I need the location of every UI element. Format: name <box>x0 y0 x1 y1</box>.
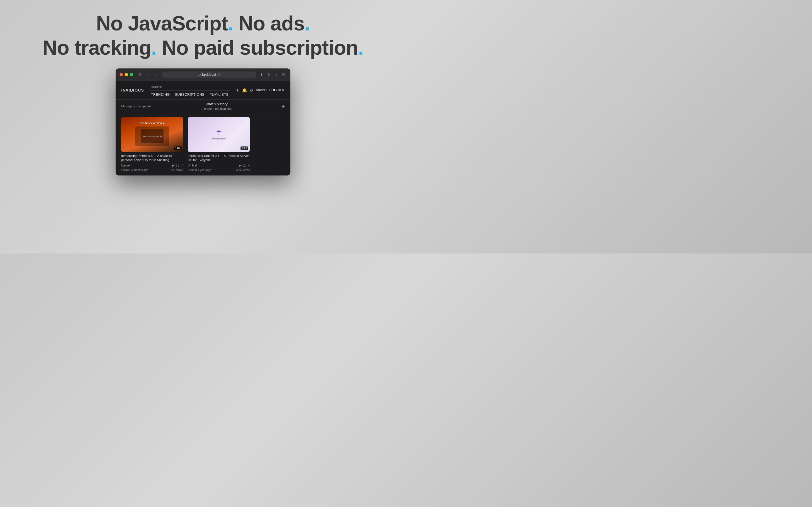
app-logo: INVIDIOUS <box>121 88 144 93</box>
welcome-text: welcome back <box>212 137 226 140</box>
app-header: INVIDIOUS TRENDING SUBSCRIPTIONS PLAYLIS… <box>116 81 290 100</box>
hero-line2: No tracking. No paid subscription. <box>0 36 406 60</box>
settings-icon[interactable]: ⚙ <box>250 88 253 93</box>
close-button[interactable] <box>119 73 123 76</box>
nav-links: TRENDING SUBSCRIPTIONS PLAYLISTS <box>151 93 229 97</box>
share-icon-1[interactable]: ↗ <box>181 164 183 167</box>
nav-trending[interactable]: TRENDING <box>151 93 170 97</box>
theme-toggle-icon[interactable]: ☀ <box>236 88 239 93</box>
watch-history-link[interactable]: Watch history <box>206 102 227 106</box>
video-title-1: Introducing Umbrel 0.5 — A beautiful per… <box>121 154 183 163</box>
channel-name-1[interactable]: Umbrel <box>121 164 130 167</box>
hero-line1: No JavaScript. No ads. <box>0 11 406 36</box>
username-label: umbrel <box>256 88 267 92</box>
headphones-icon-1[interactable]: 🎧 <box>175 164 180 167</box>
reload-icon: ↺ <box>218 73 221 76</box>
subscriptions-bar: Manage subscriptions Watch history 0 uns… <box>116 100 290 113</box>
search-area: TRENDING SUBSCRIPTIONS PLAYLISTS <box>150 83 230 97</box>
channel-name-2[interactable]: Umbrel <box>188 164 197 167</box>
thumb-overlay-text: Self-host everything. <box>140 122 165 124</box>
tabs-button[interactable]: ⊡ <box>281 72 287 77</box>
header-actions: ☀ 🔔 ⚙ umbrel LOG OUT <box>236 88 285 93</box>
video-channel-1: Umbrel ▶ 🎧 ↗ <box>121 164 183 167</box>
url-display: umbrel.local <box>198 73 216 76</box>
browser-nav-buttons: ‹ › <box>146 71 160 78</box>
logout-button[interactable]: LOG OUT <box>269 88 285 92</box>
thumbnail-2: ☂ welcome back 0:47 <box>188 117 250 152</box>
dot4: . <box>358 36 363 59</box>
video-card-1[interactable]: Self-host everything. good morning, sato… <box>121 117 183 172</box>
hero-section: No JavaScript. No ads. No tracking. No p… <box>0 0 406 68</box>
video-date-1: Shared 3 months ago <box>121 168 148 172</box>
youtube-icon-1[interactable]: ▶ <box>172 164 174 167</box>
headphones-icon-2[interactable]: 🎧 <box>242 164 246 167</box>
notifications-count: 0 unseen notifications <box>202 107 232 110</box>
video-views-1: 20K views <box>170 168 183 172</box>
video-views-2: 3.3K views <box>236 168 250 172</box>
umbrella-icon: ☂ <box>216 129 221 136</box>
thumb-mock-screen: good morning, satoshi <box>135 126 169 146</box>
watch-history-center: Watch history 0 unseen notifications <box>202 102 232 110</box>
search-input-wrap <box>150 83 230 91</box>
search-input[interactable] <box>150 83 230 91</box>
minimize-button[interactable] <box>124 73 128 76</box>
sidebar-toggle-button[interactable]: ⊞ <box>136 71 143 78</box>
manage-subscriptions-link[interactable]: Manage subscriptions <box>121 105 151 108</box>
dot1: . <box>228 12 233 35</box>
video-channel-2: Umbrel ▶ 🎧 ↗ <box>188 164 250 167</box>
dot3: . <box>151 36 156 59</box>
dot2: . <box>305 12 310 35</box>
video-meta-2: Shared 1 year ago 3.3K views <box>188 168 250 172</box>
duration-badge-2: 0:47 <box>241 147 248 150</box>
video-card-2[interactable]: ☂ welcome back 0:47 Introducing Umbrel 0… <box>188 117 250 172</box>
address-bar[interactable]: umbrel.local ↺ <box>162 71 256 78</box>
video-grid: Self-host everything. good morning, sato… <box>116 113 290 175</box>
download-button[interactable]: ⬇ <box>259 72 264 77</box>
traffic-lights <box>119 73 133 76</box>
fullscreen-button[interactable] <box>130 73 133 76</box>
thumb-umbrella-graphic: ☂ welcome back <box>212 129 226 140</box>
nav-subscriptions[interactable]: SUBSCRIPTIONS <box>175 93 204 97</box>
duration-badge-1: 1:04 <box>174 147 182 150</box>
browser-window: ⊞ ‹ › umbrel.local ↺ ⬇ ⬆ + ⊡ INVIDIOUS <box>116 68 290 175</box>
youtube-icon-2[interactable]: ▶ <box>239 164 241 167</box>
share-button[interactable]: ⬆ <box>266 72 272 77</box>
browser-chrome: ⊞ ‹ › umbrel.local ↺ ⬇ ⬆ + ⊡ <box>116 68 290 81</box>
invidious-app: INVIDIOUS TRENDING SUBSCRIPTIONS PLAYLIS… <box>116 81 290 175</box>
channel-icons-1: ▶ 🎧 ↗ <box>172 164 183 167</box>
channel-icons-2: ▶ 🎧 ↗ <box>239 164 250 167</box>
video-meta-1: Shared 3 months ago 20K views <box>121 168 183 172</box>
rss-icon[interactable]: ◈ <box>282 104 285 108</box>
nav-playlists[interactable]: PLAYLISTS <box>209 93 229 97</box>
video-date-2: Shared 1 year ago <box>188 168 211 172</box>
thumbnail-1: Self-host everything. good morning, sato… <box>121 117 183 152</box>
bell-icon[interactable]: 🔔 <box>242 88 247 93</box>
new-tab-button[interactable]: + <box>273 72 279 77</box>
video-title-2: Introducing Umbrel 0.4 — A Personal Serv… <box>188 154 250 163</box>
forward-button[interactable]: › <box>153 71 160 78</box>
share-icon-2[interactable]: ↗ <box>247 164 250 167</box>
back-button[interactable]: ‹ <box>146 71 152 78</box>
browser-action-buttons: ⬇ ⬆ + ⊡ <box>259 72 287 77</box>
